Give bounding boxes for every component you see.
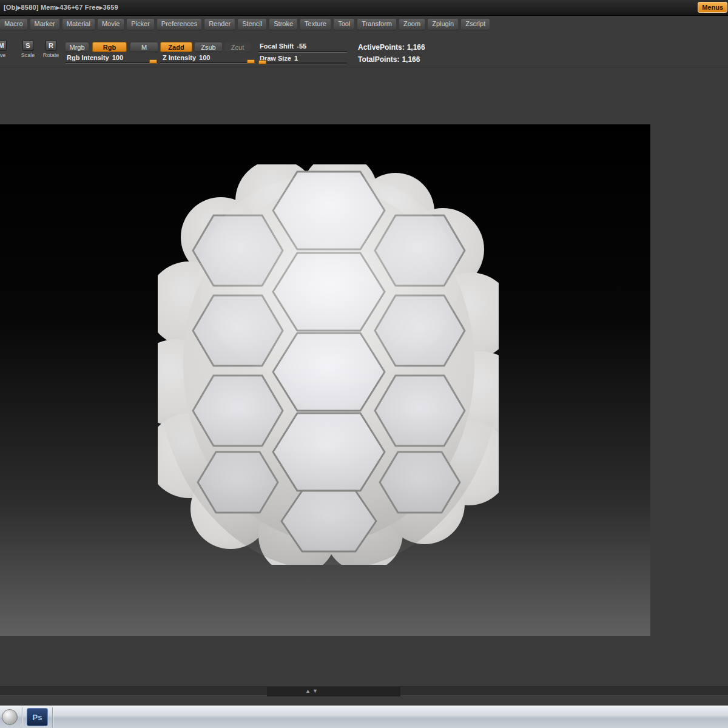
scroll-thumb[interactable] <box>267 687 400 696</box>
title-bar: [Obj▸8580] Mem▸436+67 Free▸3659 <box>0 0 728 16</box>
scale-icon: S <box>22 40 33 51</box>
rotate-button[interactable]: R Rotate <box>40 40 62 58</box>
menu-texture[interactable]: Texture <box>300 19 331 30</box>
rgb-intensity-handle[interactable] <box>149 59 157 64</box>
model-shadow <box>158 170 499 565</box>
focal-shift-value: -55 <box>297 42 306 50</box>
rgb-intensity-label: Rgb Intensity <box>67 54 109 61</box>
active-points-stat: ActivePoints:1,166 <box>358 43 425 52</box>
z-intensity-slider: Z Intensity100 <box>163 54 210 61</box>
menu-render[interactable]: Render <box>204 19 235 30</box>
menu-marker[interactable]: Marker <box>30 19 59 30</box>
menu-transform[interactable]: Transform <box>357 19 396 30</box>
zcut-button[interactable]: Zcut <box>224 42 251 52</box>
z-intensity-value: 100 <box>199 54 210 61</box>
start-button[interactable] <box>2 709 18 725</box>
menu-bar: Macro Marker Material Movie Picker Prefe… <box>0 19 490 30</box>
draw-size-track[interactable] <box>258 62 347 64</box>
scroll-up-arrow-icon[interactable]: ▲ <box>305 688 312 694</box>
rotate-icon: R <box>46 40 56 51</box>
canvas-scroll-strip[interactable]: ▲▼ <box>0 686 728 696</box>
total-points-value: 1,166 <box>402 55 420 64</box>
draw-size-value: 1 <box>294 55 298 62</box>
scale-button[interactable]: S Scale <box>17 40 39 58</box>
menu-picker[interactable]: Picker <box>127 19 154 30</box>
document-canvas[interactable] <box>0 124 650 636</box>
memory-status-text: [Obj▸8580] Mem▸436+67 Free▸3659 <box>4 4 118 12</box>
photoshop-taskbar-button[interactable]: Ps <box>27 708 48 726</box>
z-intensity-handle[interactable] <box>247 59 255 64</box>
taskbar-divider <box>22 707 23 727</box>
menu-movie[interactable]: Movie <box>98 19 124 30</box>
menu-stencil[interactable]: Stencil <box>238 19 266 30</box>
menu-preferences[interactable]: Preferences <box>157 19 201 30</box>
z-intensity-label: Z Intensity <box>163 54 196 61</box>
focal-shift-slider: Focal Shift-55 <box>260 42 306 50</box>
total-points-label: TotalPoints: <box>358 55 399 64</box>
menu-macro[interactable]: Macro <box>0 19 27 30</box>
focal-shift-label: Focal Shift <box>260 42 294 50</box>
draw-size-handle[interactable] <box>258 60 266 64</box>
scroll-down-arrow-icon[interactable]: ▼ <box>312 688 320 694</box>
scale-label: Scale <box>17 52 39 58</box>
menu-zscript[interactable]: Zscript <box>461 19 490 30</box>
rgb-intensity-track[interactable] <box>66 62 158 64</box>
top-shelf: M ove S Scale R Rotate Mrgb Rgb M Rgb In… <box>0 33 728 67</box>
rgb-intensity-slider: Rgb Intensity100 <box>67 54 123 61</box>
taskbar-divider <box>52 707 53 727</box>
total-points-stat: TotalPoints:1,166 <box>358 55 420 64</box>
sculpt-model[interactable] <box>158 164 499 565</box>
menus-button[interactable]: Menus <box>698 2 727 13</box>
menu-zoom[interactable]: Zoom <box>399 19 425 30</box>
menu-material[interactable]: Material <box>62 19 95 30</box>
mrgb-button[interactable]: Mrgb <box>66 42 89 52</box>
move-icon: M <box>0 40 7 51</box>
move-button[interactable]: M ove <box>0 40 12 58</box>
focal-shift-track[interactable] <box>258 51 347 53</box>
rotate-label: Rotate <box>40 52 62 58</box>
active-points-label: ActivePoints: <box>358 43 405 52</box>
taskbar: Ps <box>0 706 728 728</box>
m-button[interactable]: M <box>130 42 158 52</box>
menu-zplugin[interactable]: Zplugin <box>428 19 458 30</box>
menu-tool[interactable]: Tool <box>334 19 354 30</box>
zadd-button[interactable]: Zadd <box>160 42 192 52</box>
move-label: ove <box>0 52 12 58</box>
rgb-button[interactable]: Rgb <box>92 42 127 52</box>
z-intensity-track[interactable] <box>160 62 255 64</box>
active-points-value: 1,166 <box>407 43 425 52</box>
rgb-intensity-value: 100 <box>112 54 123 61</box>
menu-stroke[interactable]: Stroke <box>269 19 297 30</box>
zsub-button[interactable]: Zsub <box>195 42 222 52</box>
